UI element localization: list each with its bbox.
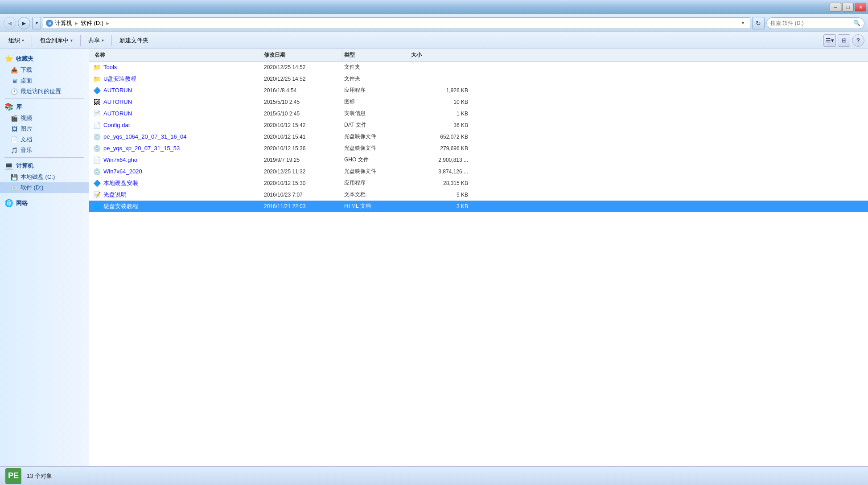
table-row[interactable]: 💿 Win7x64_2020 2020/12/25 11:32 光盘映像文件 3… xyxy=(89,166,868,177)
file-name-text: 本地硬盘安装 xyxy=(103,179,138,187)
d-drive-label: 软件 (D:) xyxy=(21,184,43,192)
table-row[interactable]: 📄 Win7x64.gho 2019/9/7 19:25 GHO 文件 2,90… xyxy=(89,154,868,166)
view-details-button[interactable]: ⊞ xyxy=(838,34,850,47)
address-bar[interactable]: 🖥 计算机 ► 软件 (D:) ► ▾ xyxy=(43,17,750,29)
sidebar-divider-1 xyxy=(4,99,84,99)
file-name-cell: 📁 U盘安装教程 xyxy=(93,75,262,83)
file-name-cell: 💿 pe_yqs_1064_20_07_31_16_04 xyxy=(93,133,262,141)
file-type-icon: 🔷 xyxy=(93,86,101,95)
up-button[interactable]: ▾ xyxy=(32,17,41,29)
close-button[interactable]: ✕ xyxy=(855,3,866,12)
table-row[interactable]: 📄 Config.dat 2020/10/12 15:42 DAT 文件 36 … xyxy=(89,119,868,131)
toolbar: 组织 ▾ 包含到库中 ▾ 共享 ▾ 新建文件夹 ☰▾ ⊞ ? xyxy=(0,32,868,49)
file-name-text: AUTORUN xyxy=(103,110,132,117)
file-size-cell: 5 KB xyxy=(409,192,472,198)
favorites-header[interactable]: ⭐ 收藏夹 xyxy=(0,53,89,65)
search-bar[interactable]: 🔍 xyxy=(766,17,864,29)
sidebar-item-video[interactable]: 🎬 视频 xyxy=(0,113,89,123)
d-drive-icon: 💿 xyxy=(11,184,18,191)
table-row[interactable]: 🔷 AUTORUN 2016/1/8 4:54 应用程序 1,926 KB xyxy=(89,85,868,96)
file-type-cell: 安装信息 xyxy=(342,110,409,117)
file-date-cell: 2020/10/12 15:30 xyxy=(262,180,342,186)
table-row[interactable]: 📁 Tools 2020/12/25 14:52 文件夹 xyxy=(89,62,868,73)
include-library-button[interactable]: 包含到库中 ▾ xyxy=(35,34,78,47)
main-content: ⭐ 收藏夹 📥 下载 🖥 桌面 🕐 最近访问的位置 📚 库 xyxy=(0,49,868,466)
recent-label: 最近访问的位置 xyxy=(21,87,61,95)
sidebar-item-doc[interactable]: 📄 文档 xyxy=(0,134,89,145)
video-icon: 🎬 xyxy=(11,115,18,122)
share-button[interactable]: 共享 ▾ xyxy=(83,34,109,47)
column-header-date[interactable]: 修改日期 xyxy=(262,49,342,62)
sidebar-item-d-drive[interactable]: 💿 软件 (D:) xyxy=(0,182,89,193)
image-icon: 🖼 xyxy=(11,125,18,132)
table-row[interactable]: 🖼 AUTORUN 2015/5/10 2:45 图标 10 KB xyxy=(89,96,868,108)
file-date-cell: 2020/12/25 14:52 xyxy=(262,76,342,82)
status-bar: PE 13 个对象 xyxy=(0,466,868,485)
file-name-text: Tools xyxy=(103,64,117,70)
network-label: 网络 xyxy=(16,199,28,207)
file-name-cell: 🔷 AUTORUN xyxy=(93,86,262,95)
search-icon[interactable]: 🔍 xyxy=(853,20,860,26)
refresh-button[interactable]: ↻ xyxy=(752,17,765,29)
table-row[interactable]: 💿 pe_yqs_xp_20_07_31_15_53 2020/10/12 15… xyxy=(89,143,868,154)
table-row[interactable]: 💿 pe_yqs_1064_20_07_31_16_04 2020/10/12 … xyxy=(89,131,868,143)
file-type-cell: 图标 xyxy=(342,98,409,106)
file-type-cell: 光盘映像文件 xyxy=(342,168,409,175)
network-section: 🌐 网络 xyxy=(0,197,89,209)
sidebar-item-music[interactable]: 🎵 音乐 xyxy=(0,145,89,156)
file-name-text: U盘安装教程 xyxy=(103,75,136,83)
sidebar-item-image[interactable]: 🖼 图片 xyxy=(0,123,89,134)
file-type-cell: GHO 文件 xyxy=(342,156,409,164)
file-name-text: AUTORUN xyxy=(103,99,132,105)
new-folder-button[interactable]: 新建文件夹 xyxy=(115,34,153,47)
address-text: 计算机 ► 软件 (D:) ► xyxy=(55,19,110,27)
sidebar: ⭐ 收藏夹 📥 下载 🖥 桌面 🕐 最近访问的位置 📚 库 xyxy=(0,49,89,466)
file-type-icon: 📄 xyxy=(93,156,101,164)
toolbar-separator-2 xyxy=(80,35,81,46)
file-list-header: 名称 修改日期 类型 大小 xyxy=(89,49,868,62)
file-type-cell: 应用程序 xyxy=(342,179,409,187)
back-button[interactable]: ◄ xyxy=(4,17,16,29)
file-area: 名称 修改日期 类型 大小 📁 Tools 2020/12/25 14:52 文… xyxy=(89,49,868,466)
image-label: 图片 xyxy=(21,125,32,133)
favorites-icon: ⭐ xyxy=(4,54,13,63)
sidebar-item-c-drive[interactable]: 💾 本地磁盘 (C:) xyxy=(0,172,89,182)
table-row[interactable]: 🌐 硬盘安装教程 2016/11/21 22:03 HTML 文档 3 KB xyxy=(89,201,868,212)
forward-button[interactable]: ► xyxy=(18,17,30,29)
column-header-type[interactable]: 类型 xyxy=(342,49,409,62)
computer-icon: 💻 xyxy=(4,161,13,170)
maximize-button[interactable]: □ xyxy=(842,3,854,12)
table-row[interactable]: 📄 AUTORUN 2015/5/10 2:45 安装信息 1 KB xyxy=(89,108,868,119)
toolbar-separator-1 xyxy=(32,35,32,46)
status-count: 13 个对象 xyxy=(27,472,52,480)
help-button[interactable]: ? xyxy=(852,34,864,47)
table-row[interactable]: 📁 U盘安装教程 2020/12/25 14:52 文件夹 xyxy=(89,73,868,85)
minimize-button[interactable]: ─ xyxy=(830,3,841,12)
network-icon: 🌐 xyxy=(4,199,13,207)
search-input[interactable] xyxy=(770,20,852,26)
include-library-label: 包含到库中 xyxy=(40,37,69,45)
network-header[interactable]: 🌐 网络 xyxy=(0,197,89,209)
file-size-cell: 3 KB xyxy=(409,203,472,210)
file-size-cell: 28,315 KB xyxy=(409,180,472,186)
computer-header[interactable]: 💻 计算机 xyxy=(0,160,89,172)
file-name-cell: 📄 Config.dat xyxy=(93,121,262,129)
video-label: 视频 xyxy=(21,114,32,122)
sidebar-item-recent[interactable]: 🕐 最近访问的位置 xyxy=(0,86,89,97)
file-type-icon: 📄 xyxy=(93,121,101,129)
view-toggle-button[interactable]: ☰▾ xyxy=(823,34,836,47)
address-dropdown-button[interactable]: ▾ xyxy=(738,18,747,29)
file-size-cell: 2,900,813 ... xyxy=(409,157,472,163)
file-name-cell: 📄 Win7x64.gho xyxy=(93,156,262,164)
file-size-cell: 652,072 KB xyxy=(409,134,472,140)
column-header-name[interactable]: 名称 xyxy=(93,49,262,62)
column-header-size[interactable]: 大小 xyxy=(409,49,472,62)
sidebar-item-download[interactable]: 📥 下载 xyxy=(0,65,89,75)
table-row[interactable]: 📝 光盘说明 2016/10/23 7:07 文本文档 5 KB xyxy=(89,189,868,201)
organize-button[interactable]: 组织 ▾ xyxy=(4,34,29,47)
sidebar-item-desktop[interactable]: 🖥 桌面 xyxy=(0,75,89,86)
file-type-cell: 文件夹 xyxy=(342,75,409,82)
share-arrow: ▾ xyxy=(102,38,104,43)
library-header[interactable]: 📚 库 xyxy=(0,101,89,113)
table-row[interactable]: 🔷 本地硬盘安装 2020/10/12 15:30 应用程序 28,315 KB xyxy=(89,177,868,189)
